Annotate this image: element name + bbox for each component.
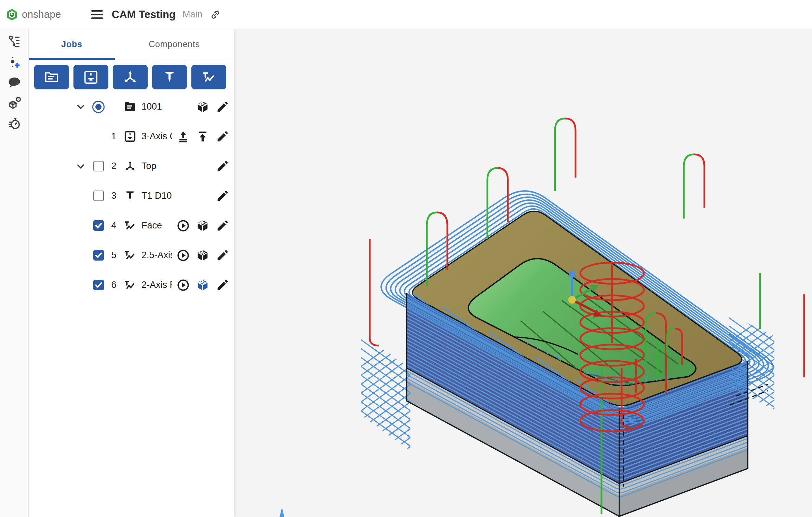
- panel-tabs: Jobs Components: [29, 29, 234, 59]
- job-radio-selected[interactable]: [92, 101, 105, 113]
- folder-icon: [122, 100, 138, 113]
- tree-row[interactable]: 5 2.5-Axis Rou…: [29, 240, 234, 270]
- tb-machine-icon: [83, 69, 99, 85]
- active-tab-underline: [29, 58, 115, 60]
- row-number: 1: [107, 131, 121, 142]
- new-operation-button[interactable]: [191, 65, 226, 89]
- tb-tool-icon: [162, 69, 177, 85]
- tb-operation-icon: [201, 69, 217, 85]
- row-actions: [191, 99, 230, 114]
- row-actions: [210, 159, 230, 174]
- simulate-button[interactable]: [195, 99, 210, 114]
- new-job-folder-button[interactable]: [34, 65, 69, 89]
- tree-row[interactable]: 6 2-Axis Profile: [29, 270, 234, 300]
- row-actions: [171, 278, 230, 293]
- row-number: 3: [107, 191, 121, 201]
- edit-button[interactable]: [215, 129, 230, 144]
- wcs-icon: [122, 160, 138, 172]
- edit-button[interactable]: [215, 99, 230, 114]
- activity-bar: ?: [0, 29, 29, 517]
- row-label: 2-Axis Profile: [141, 280, 172, 290]
- row-actions: [171, 218, 230, 233]
- row-label: 1001: [141, 101, 172, 112]
- svg-text:?: ?: [17, 97, 19, 101]
- version-graph-icon[interactable]: [5, 31, 24, 52]
- edit-button[interactable]: [215, 218, 230, 233]
- row-label: 2.5-Axis Rou…: [141, 250, 172, 261]
- tree-row[interactable]: 1 3-Axis Gener…: [29, 122, 234, 151]
- row-label: Top: [141, 161, 172, 171]
- row-label: T1 D10 End Mill: [141, 191, 172, 201]
- tb-wcs-icon: [122, 69, 138, 85]
- panel-toolbar: [29, 59, 234, 89]
- 3d-viewport[interactable]: [234, 29, 812, 517]
- tree-row[interactable]: 1001: [29, 92, 234, 122]
- row-number: 4: [107, 220, 121, 231]
- visibility-checkbox[interactable]: [93, 161, 104, 171]
- chevron-down-icon[interactable]: [74, 161, 87, 171]
- share-link-icon[interactable]: [210, 9, 221, 20]
- workspace-name[interactable]: Main: [182, 9, 203, 20]
- new-wcs-button[interactable]: [113, 65, 148, 89]
- simulate-button[interactable]: [195, 218, 210, 233]
- app-header: onshape CAM Testing Main: [0, 0, 812, 29]
- row-number: 2: [107, 161, 121, 171]
- row-label: 3-Axis Gener…: [141, 131, 172, 142]
- row-number: 5: [107, 250, 121, 261]
- row-actions: [171, 129, 230, 144]
- new-machine-button[interactable]: [73, 65, 108, 89]
- tool-icon: [122, 190, 138, 202]
- comments-icon[interactable]: [5, 72, 24, 93]
- document-title: CAM Testing: [112, 9, 176, 21]
- edit-button[interactable]: [215, 248, 230, 263]
- insert-version-icon[interactable]: [5, 52, 24, 72]
- tb-folder-icon: [44, 69, 59, 85]
- performance-icon[interactable]: [5, 113, 24, 134]
- tree-row[interactable]: 3 T1 D10 End Mill: [29, 181, 234, 211]
- visibility-checkbox-checked[interactable]: [93, 280, 104, 290]
- operation-icon: [122, 219, 138, 232]
- play-button[interactable]: [176, 278, 191, 293]
- cam-simulation-scene: [234, 29, 812, 517]
- machine-icon: [122, 130, 138, 143]
- visibility-checkbox[interactable]: [93, 191, 104, 201]
- visibility-checkbox-checked[interactable]: [93, 250, 104, 261]
- visibility-checkbox-checked[interactable]: [93, 220, 104, 231]
- tab-jobs[interactable]: Jobs: [29, 29, 115, 59]
- play-button[interactable]: [176, 218, 191, 233]
- operation-icon: [122, 249, 138, 262]
- cam-jobs-panel: Jobs Components 1001 1 3-Axis Gener… 2 T…: [29, 29, 234, 517]
- app-name: onshape: [22, 9, 61, 20]
- onshape-logo-icon: [5, 8, 18, 21]
- edit-button[interactable]: [215, 159, 230, 174]
- chevron-down-icon[interactable]: [74, 102, 87, 112]
- edit-button[interactable]: [215, 278, 230, 293]
- help-cube-icon[interactable]: ?: [5, 93, 24, 113]
- job-tree: 1001 1 3-Axis Gener… 2 Top 3 T1 D10 End …: [29, 92, 234, 300]
- tab-components[interactable]: Components: [115, 29, 234, 59]
- simulate-button[interactable]: [195, 278, 210, 293]
- tree-row[interactable]: 4 Face: [29, 211, 234, 240]
- row-label: Face: [141, 220, 172, 231]
- row-actions: [210, 188, 230, 204]
- export-button[interactable]: [195, 129, 210, 144]
- tree-row[interactable]: 2 Top: [29, 151, 234, 181]
- operation-icon: [122, 279, 138, 291]
- row-actions: [171, 248, 230, 263]
- row-number: 6: [107, 280, 121, 290]
- simulate-button[interactable]: [195, 248, 210, 263]
- edit-button[interactable]: [215, 188, 230, 204]
- new-tool-button[interactable]: [152, 65, 187, 89]
- play-button[interactable]: [176, 248, 191, 263]
- post-process-button[interactable]: [176, 129, 191, 144]
- menu-icon[interactable]: [91, 10, 103, 19]
- secondary-triad-arrow: [280, 507, 284, 517]
